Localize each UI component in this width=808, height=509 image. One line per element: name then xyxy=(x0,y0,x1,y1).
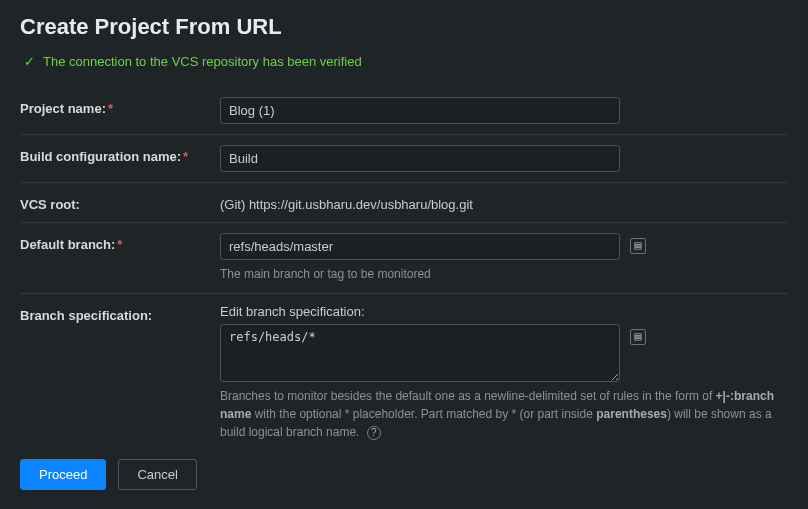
default-branch-input[interactable] xyxy=(220,233,620,260)
default-branch-picker-icon[interactable] xyxy=(630,238,646,254)
vcs-root-value: (Git) https://git.usbharu.dev/usbharu/bl… xyxy=(220,193,788,212)
branch-spec-textarea[interactable] xyxy=(220,324,620,382)
label-project-name: Project name:* xyxy=(20,97,220,116)
form: Project name:* Build configuration name:… xyxy=(20,87,788,451)
label-default-branch: Default branch:* xyxy=(20,233,220,252)
svg-rect-5 xyxy=(635,339,641,341)
row-default-branch: Default branch:* The main branch or tag … xyxy=(20,223,788,294)
page-title: Create Project From URL xyxy=(20,14,788,40)
project-name-input[interactable] xyxy=(220,97,620,124)
check-icon: ✓ xyxy=(24,55,35,68)
footer: Proceed Cancel xyxy=(20,451,788,490)
required-marker: * xyxy=(108,101,113,116)
label-vcs-root: VCS root: xyxy=(20,193,220,212)
branch-spec-picker-icon[interactable] xyxy=(630,329,646,345)
row-vcs-root: VCS root: (Git) https://git.usbharu.dev/… xyxy=(20,183,788,223)
label-branch-spec: Branch specification: xyxy=(20,304,220,323)
svg-rect-0 xyxy=(635,243,641,245)
cancel-button[interactable]: Cancel xyxy=(118,459,196,490)
row-project-name: Project name:* xyxy=(20,87,788,135)
row-branch-spec: Branch specification: Edit branch specif… xyxy=(20,294,788,451)
branch-spec-hint: Branches to monitor besides the default … xyxy=(220,387,780,441)
default-branch-hint: The main branch or tag to be monitored xyxy=(220,265,780,283)
help-icon[interactable]: ? xyxy=(367,426,381,440)
svg-rect-3 xyxy=(635,334,641,336)
label-build-config: Build configuration name:* xyxy=(20,145,220,164)
required-marker: * xyxy=(117,237,122,252)
proceed-button[interactable]: Proceed xyxy=(20,459,106,490)
row-build-config: Build configuration name:* xyxy=(20,135,788,183)
svg-rect-1 xyxy=(635,245,641,247)
svg-rect-2 xyxy=(635,248,641,250)
build-config-input[interactable] xyxy=(220,145,620,172)
verification-text: The connection to the VCS repository has… xyxy=(43,54,362,69)
verification-banner: ✓ The connection to the VCS repository h… xyxy=(20,54,788,69)
required-marker: * xyxy=(183,149,188,164)
svg-rect-4 xyxy=(635,336,641,338)
branch-spec-sublabel: Edit branch specification: xyxy=(220,304,788,319)
